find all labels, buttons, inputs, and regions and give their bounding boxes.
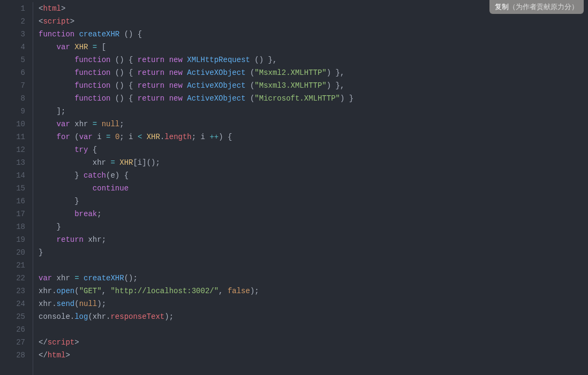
- code-line: var xhr = null;: [39, 118, 588, 131]
- line-number: 15: [0, 182, 25, 195]
- line-number: 22: [0, 272, 25, 285]
- line-number: 7: [0, 79, 25, 92]
- line-number: 20: [0, 246, 25, 259]
- line-number: 23: [0, 285, 25, 297]
- line-number: 9: [0, 105, 25, 118]
- code-line: </html>: [39, 349, 588, 362]
- line-number: 3: [0, 28, 25, 41]
- code-line: xhr.open("GET", "http://localhost:3002/"…: [39, 285, 588, 297]
- line-number: 25: [0, 310, 25, 323]
- line-number: 18: [0, 220, 25, 233]
- code-block: 1234567891011121314151617181920212223242…: [0, 0, 588, 375]
- line-number-gutter: 1234567891011121314151617181920212223242…: [0, 2, 33, 375]
- code-line: xhr.send(null);: [39, 297, 588, 310]
- code-area[interactable]: <html><script>function createXHR () { va…: [33, 2, 588, 375]
- code-line: function () { return new ActiveXObject (…: [39, 66, 588, 79]
- line-number: 17: [0, 208, 25, 220]
- line-number: 6: [0, 66, 25, 79]
- code-line: } catch(e) {: [39, 169, 588, 182]
- code-line: ];: [39, 105, 588, 118]
- code-line: function () { return new XMLHttpRequest …: [39, 53, 588, 66]
- code-line: var XHR = [: [39, 41, 588, 53]
- code-line: }: [39, 195, 588, 208]
- copy-button-sub: （为作者贡献原力分）: [509, 3, 578, 11]
- code-line: }: [39, 220, 588, 233]
- line-number: 12: [0, 143, 25, 156]
- code-line: for (var i = 0; i < XHR.length; i ++) {: [39, 131, 588, 143]
- line-number: 26: [0, 323, 25, 336]
- line-number: 28: [0, 349, 25, 362]
- line-number: 2: [0, 15, 25, 28]
- code-line: break;: [39, 208, 588, 220]
- code-line: try {: [39, 143, 588, 156]
- line-number: 14: [0, 169, 25, 182]
- copy-button[interactable]: 复制（为作者贡献原力分）: [489, 0, 584, 14]
- code-line: function createXHR () {: [39, 28, 588, 41]
- copy-button-main: 复制: [495, 3, 509, 11]
- line-number: 16: [0, 195, 25, 208]
- line-number: 24: [0, 297, 25, 310]
- code-line: }: [39, 246, 588, 259]
- code-line: continue: [39, 182, 588, 195]
- code-line: return xhr;: [39, 233, 588, 246]
- line-number: 27: [0, 336, 25, 349]
- code-line: [39, 259, 588, 272]
- line-number: 11: [0, 131, 25, 143]
- line-number: 4: [0, 41, 25, 53]
- line-number: 13: [0, 156, 25, 169]
- line-number: 10: [0, 118, 25, 131]
- line-number: 8: [0, 92, 25, 105]
- code-line: xhr = XHR[i]();: [39, 156, 588, 169]
- line-number: 21: [0, 259, 25, 272]
- code-line: var xhr = createXHR();: [39, 272, 588, 285]
- code-line: function () { return new ActiveXObject (…: [39, 79, 588, 92]
- code-line: [39, 323, 588, 336]
- code-line: </script>: [39, 336, 588, 349]
- line-number: 19: [0, 233, 25, 246]
- code-line: function () { return new ActiveXObject (…: [39, 92, 588, 105]
- line-number: 5: [0, 53, 25, 66]
- code-line: console.log(xhr.responseText);: [39, 310, 588, 323]
- line-number: 1: [0, 2, 25, 15]
- code-line: <script>: [39, 15, 588, 28]
